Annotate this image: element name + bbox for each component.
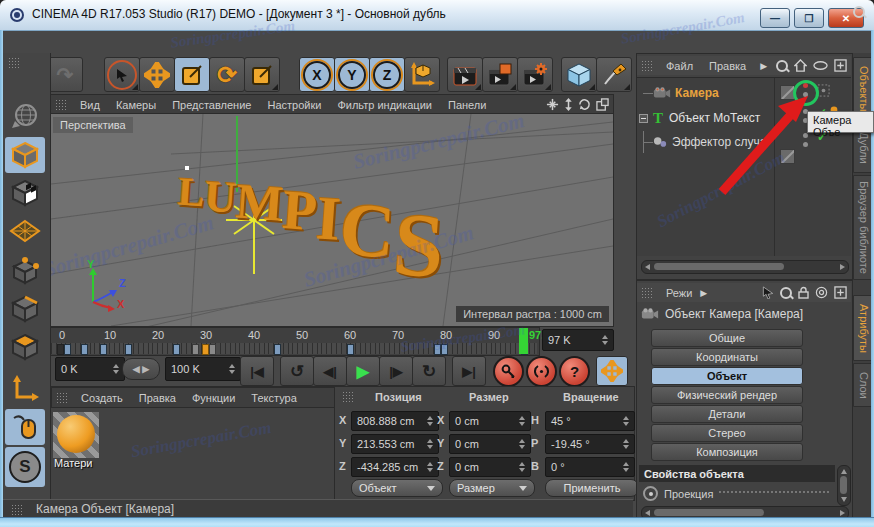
panel-grip[interactable]	[641, 287, 654, 298]
keyframe-marker[interactable]	[192, 344, 199, 355]
search-icon[interactable]	[853, 6, 860, 18]
minimize-button[interactable]: —	[760, 8, 790, 28]
previous-key-button[interactable]: ◀|	[313, 356, 347, 386]
pos-z-field[interactable]: -434.285 cm	[351, 457, 439, 477]
panel-grip[interactable]	[56, 392, 69, 403]
projection-property-row[interactable]: Проекция	[639, 485, 835, 502]
autokey-button[interactable]	[526, 356, 557, 387]
enable-axis-button[interactable]	[5, 371, 45, 407]
range-end-field[interactable]: 100 K	[165, 357, 241, 381]
apply-button[interactable]: Применить	[545, 479, 639, 497]
scroll-down-icon[interactable]	[841, 497, 847, 502]
keyframe-marker[interactable]	[441, 344, 448, 355]
spinner[interactable]	[623, 416, 629, 426]
rot-p-field[interactable]: -19.45 °	[545, 434, 635, 454]
size-x-field[interactable]: 0 cm	[449, 411, 531, 431]
scroll-right-icon[interactable]	[840, 510, 845, 516]
scroll-left-icon[interactable]	[645, 510, 650, 516]
redo-button[interactable]: ↷	[47, 57, 83, 92]
render-settings-button[interactable]	[517, 57, 553, 92]
keyframe-marker[interactable]	[347, 344, 354, 355]
viewport[interactable]: LUMPICS Y Z X Перспектива Интервал растр…	[50, 113, 614, 327]
toggle-view-icon[interactable]	[596, 98, 609, 111]
tab-details[interactable]: Детали	[651, 405, 803, 423]
viewport-menu-panels[interactable]: Панели	[440, 99, 494, 111]
rotate-tool-button[interactable]: ⟳	[209, 57, 245, 92]
texture-mode-button[interactable]	[5, 175, 45, 211]
lock-icon[interactable]	[798, 286, 809, 299]
attr-menu-mode[interactable]: Режи	[658, 287, 700, 299]
viewport-menu-filter[interactable]: Фильтр индикации	[329, 99, 440, 111]
viewport-menu-view[interactable]: Вид	[72, 99, 108, 111]
viewport-menu-cameras[interactable]: Камеры	[108, 99, 164, 111]
timeline-ruler-keys[interactable]	[51, 343, 537, 354]
tab-coordinates[interactable]: Координаты	[651, 348, 803, 366]
keyframe-marker[interactable]	[57, 344, 64, 355]
spinner[interactable]	[623, 462, 629, 472]
spinner[interactable]	[519, 439, 525, 449]
material-name[interactable]: Матери	[54, 457, 92, 469]
panel-grip[interactable]	[8, 57, 21, 68]
collapse-icon[interactable]	[639, 114, 648, 123]
panel-grip[interactable]	[342, 391, 355, 402]
pan-view-icon[interactable]	[546, 98, 559, 111]
rot-b-field[interactable]: 0 °	[545, 457, 635, 477]
keyframe-marker[interactable]	[125, 344, 132, 355]
section-header[interactable]: Свойства объекта	[639, 465, 835, 482]
goto-end-button[interactable]: ▶|	[452, 356, 486, 386]
add-layer-icon[interactable]	[834, 59, 847, 72]
spinner[interactable]	[113, 364, 119, 374]
search-icon[interactable]	[780, 287, 792, 299]
rot-h-field[interactable]: 45 °	[545, 411, 635, 431]
keying-position-button[interactable]	[596, 356, 628, 386]
keyframe-marker[interactable]	[64, 344, 71, 355]
scroll-left-icon[interactable]	[645, 264, 650, 270]
rotate-view-icon[interactable]	[578, 98, 591, 111]
keyframe-marker[interactable]	[209, 344, 216, 355]
menu-overflow-icon[interactable]: ▶	[760, 61, 767, 71]
size-z-field[interactable]: 0 cm	[449, 457, 531, 477]
material-thumbnail[interactable]	[53, 412, 99, 458]
record-keyframe-button[interactable]	[493, 356, 524, 387]
current-frame-field[interactable]: 97 K	[542, 329, 614, 351]
eye-icon[interactable]	[813, 61, 828, 70]
viewport-menu-options[interactable]: Настройки	[259, 99, 329, 111]
add-primitive-button[interactable]	[561, 57, 597, 92]
keyframe-marker[interactable]	[202, 344, 209, 355]
pos-y-field[interactable]: 213.553 cm	[351, 434, 439, 454]
material-menu-edit[interactable]: Правка	[131, 392, 184, 404]
timeline-playhead[interactable]	[519, 328, 528, 354]
snap-button[interactable]: S	[5, 447, 45, 487]
spinner[interactable]	[427, 462, 433, 472]
lock-y-axis-button[interactable]: Y	[334, 57, 370, 92]
pos-x-field[interactable]: 808.888 cm	[351, 411, 439, 431]
viewport-camera-label[interactable]: Перспектива	[53, 117, 133, 133]
tab-stereo[interactable]: Стерео	[651, 424, 803, 442]
next-key-button[interactable]: |▶	[379, 356, 413, 386]
coords-mode-dropdown[interactable]: Объект	[351, 479, 443, 497]
scroll-up-icon[interactable]	[841, 469, 847, 474]
target-icon[interactable]	[815, 286, 828, 299]
panel-grip[interactable]	[55, 99, 68, 110]
spinner[interactable]	[427, 416, 433, 426]
spinner[interactable]	[519, 416, 525, 426]
goto-start-button[interactable]: |◀	[240, 356, 274, 386]
play-backwards-button[interactable]: ↺	[280, 356, 314, 386]
om-menu-edit[interactable]: Правка	[701, 60, 754, 72]
spinner[interactable]	[602, 335, 608, 345]
move-tool-button[interactable]	[139, 57, 175, 92]
viewport-solo-button[interactable]	[5, 409, 45, 445]
spinner[interactable]	[623, 439, 629, 449]
keyframe-marker[interactable]	[81, 344, 88, 355]
add-spline-button[interactable]	[596, 57, 632, 92]
panel-grip[interactable]	[641, 60, 654, 71]
tab-basic[interactable]: Общие	[651, 329, 803, 347]
last-tool-button[interactable]	[244, 57, 280, 92]
range-start-field[interactable]: 0 K	[55, 357, 125, 381]
polygons-mode-button[interactable]	[5, 329, 45, 365]
add-icon[interactable]	[834, 286, 847, 299]
timeline-ruler[interactable]: 0 10 20 30 40 50 60 70 80 90 97.	[50, 327, 540, 356]
help-button[interactable]: ?	[559, 356, 590, 387]
play-loop-button[interactable]: ↻	[412, 356, 446, 386]
home-icon[interactable]	[794, 59, 807, 72]
